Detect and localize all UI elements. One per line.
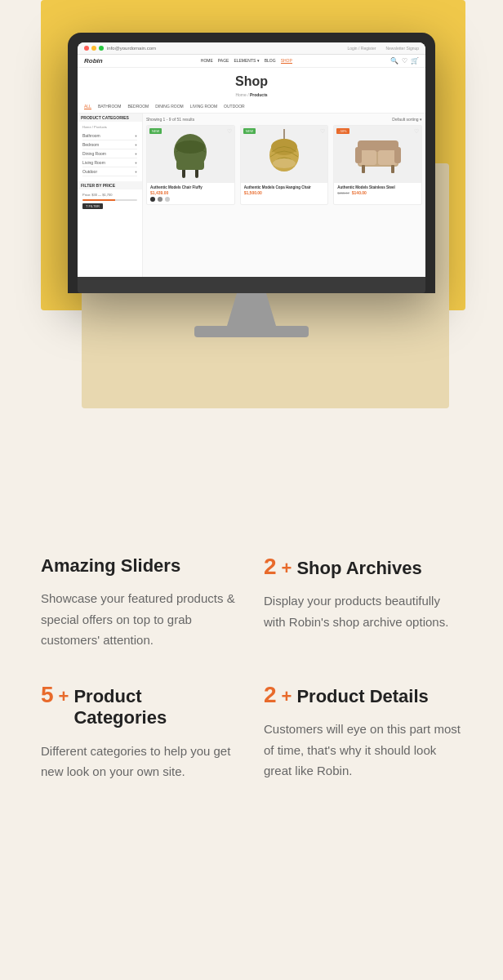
feature-title-text-product-categories: Product Categories (73, 686, 239, 729)
nav-icons: 🔍 ♡ 🛒 (390, 57, 419, 65)
hanging-chair-img (264, 129, 305, 180)
feature-product-details: 2 + Product Details Customers will eye o… (264, 684, 462, 782)
shop-page-title: Shop (78, 68, 425, 92)
filter-price-title: FILTER BY PRICE (78, 181, 142, 189)
product-badge-new-1: NEW (149, 128, 162, 134)
monitor-stand-base (194, 326, 309, 337)
feature-title-product-categories: 5 + Product Categories (41, 684, 239, 729)
shop-main: PRODUCT CATEGORIES Home / Products Bathr… (78, 114, 425, 277)
svg-rect-14 (394, 147, 401, 163)
feature-desc-product-details: Customers will eye on this part most of … (264, 719, 462, 782)
feature-title-text-shop-archives: Shop Archives (296, 558, 421, 579)
feature-title-product-details: 2 + Product Details (264, 684, 462, 707)
nav-elements[interactable]: ELEMENTS ▾ (234, 58, 259, 64)
feature-count-product-categories: 5 (41, 684, 54, 706)
shop-nav-menu: HOME PAGE ELEMENTS ▾ BLOG SHOP (201, 58, 292, 64)
filter-button[interactable]: T FILTER (82, 203, 103, 209)
product-heart-1[interactable]: ♡ (227, 128, 232, 135)
product-card-sofa[interactable]: -50% (333, 125, 422, 205)
nav-shop[interactable]: SHOP (281, 58, 292, 64)
feature-plus-shop-archives: + (282, 558, 292, 579)
filter-tab-outdoor[interactable]: OUTDOOR (224, 104, 245, 109)
nav-blog[interactable]: BLOG (265, 58, 276, 64)
product-price-2: $1,500.00 (244, 190, 325, 195)
filter-tab-bathroom[interactable]: BATHROOM (98, 104, 122, 109)
product-heart-3[interactable]: ♡ (414, 128, 419, 135)
features-section: Amazing Sliders Showcase your featured p… (0, 506, 503, 823)
products-grid: NEW (146, 125, 422, 205)
product-badge-new-2: NEW (243, 128, 256, 134)
products-header: Showing 1 - 9 of 51 results Default sort… (146, 117, 422, 122)
product-name-2: Authentic Models Copa Hanging Chair (244, 185, 325, 189)
product-info-1: Authentic Models Chair Fluffy $1,439.00 (147, 183, 234, 204)
cart-icon[interactable]: 🛒 (411, 57, 419, 65)
product-price-3: $140.00 (352, 190, 367, 195)
filter-tab-all[interactable]: ALL (84, 104, 91, 109)
price-slider[interactable] (82, 199, 137, 201)
sidebar-bedroom[interactable]: Bedroom+ (82, 140, 137, 149)
filter-tab-living-room[interactable]: LIVING ROOM (190, 104, 217, 109)
product-img-sofa: -50% (334, 126, 421, 183)
filter-tab-dining-room[interactable]: DINING ROOM (155, 104, 183, 109)
product-card-hanging[interactable]: NEW (240, 125, 329, 205)
feature-count-shop-archives: 2 (264, 555, 277, 578)
monitor-screen: info@yourdomain.com Login / Register New… (78, 42, 425, 277)
svg-rect-16 (391, 165, 394, 173)
monitor-stand-top (78, 277, 425, 293)
nav-page[interactable]: PAGE (218, 58, 229, 64)
browser-dots (84, 46, 104, 51)
product-img-fluffy: NEW (147, 126, 234, 183)
product-badge-sale: -50% (336, 128, 349, 134)
monitor-stand-neck (227, 293, 276, 326)
product-price-old-3: $269.67 (337, 191, 349, 195)
sidebar-bathroom[interactable]: Bathroom+ (82, 131, 137, 140)
feature-plus-product-categories: + (59, 686, 69, 707)
top-section: info@yourdomain.com Login / Register New… (0, 0, 503, 506)
dot-green (99, 46, 104, 51)
svg-rect-10 (358, 140, 398, 152)
shop-logo: Robin (84, 57, 103, 65)
sidebar-dining-room[interactable]: Dining Room+ (82, 149, 137, 158)
feature-title-shop-archives: 2 + Shop Archives (264, 555, 462, 579)
sort-select[interactable]: Default sorting ▾ (392, 117, 422, 122)
feature-title-amazing-sliders: Amazing Sliders (41, 555, 239, 577)
product-heart-2[interactable]: ♡ (320, 128, 325, 135)
browser-newsletter: Newsletter Signup (385, 46, 419, 51)
monitor-frame: info@yourdomain.com Login / Register New… (68, 33, 435, 293)
svg-point-1 (176, 140, 205, 154)
fluffy-chair-img (170, 129, 211, 180)
wishlist-icon[interactable]: ♡ (402, 57, 407, 65)
feature-amazing-sliders: Amazing Sliders Showcase your featured p… (41, 555, 239, 651)
feature-plus-product-details: + (282, 686, 292, 707)
feature-desc-shop-archives: Display your products beautifully with R… (264, 590, 462, 632)
features-grid: Amazing Sliders Showcase your featured p… (41, 555, 462, 782)
product-name-3: Authentic Models Stainless Steel (337, 185, 418, 189)
results-text: Showing 1 - 9 of 51 results (146, 117, 194, 122)
shop-filter-tabs: ALL BATHROOM BEDROOM DINING ROOM LIVING … (78, 100, 425, 114)
filter-tab-bedroom[interactable]: BEDROOM (127, 104, 149, 109)
price-range: Price: $30 — $1,700 (82, 193, 137, 197)
feature-desc-amazing-sliders: Showcase your featured products & specia… (41, 588, 239, 651)
search-icon[interactable]: 🔍 (390, 57, 398, 65)
shop-navbar: Robin HOME PAGE ELEMENTS ▾ BLOG SHOP 🔍 ♡… (78, 55, 425, 68)
shop-breadcrumb: Home / Products (78, 92, 425, 100)
product-card-fluffy[interactable]: NEW (146, 125, 235, 205)
dot-yellow (91, 46, 96, 51)
feature-title-text-product-details: Product Details (296, 686, 428, 707)
product-img-hanging: NEW (241, 126, 328, 183)
product-info-3: Authentic Models Stainless Steel $269.67… (334, 183, 421, 198)
sidebar-living-room[interactable]: Living Room+ (82, 158, 137, 167)
categories-title: PRODUCT CATEGORIES (78, 114, 142, 122)
sidebar-outdoor[interactable]: Outdoor+ (82, 167, 137, 176)
svg-rect-4 (176, 160, 204, 170)
feature-shop-archives: 2 + Shop Archives Display your products … (264, 555, 462, 651)
product-name-1: Authentic Models Chair Fluffy (150, 185, 231, 189)
sofa-img (354, 134, 403, 175)
dot-red (84, 46, 89, 51)
breadcrumb-small: Home / Products (82, 125, 137, 129)
browser-url: info@yourdomain.com (107, 46, 156, 51)
nav-home[interactable]: HOME (201, 58, 213, 64)
browser-topbar: info@yourdomain.com Login / Register New… (78, 42, 425, 55)
product-price-1: $1,439.00 (150, 190, 231, 195)
feature-product-categories: 5 + Product Categories Different categor… (41, 684, 239, 782)
